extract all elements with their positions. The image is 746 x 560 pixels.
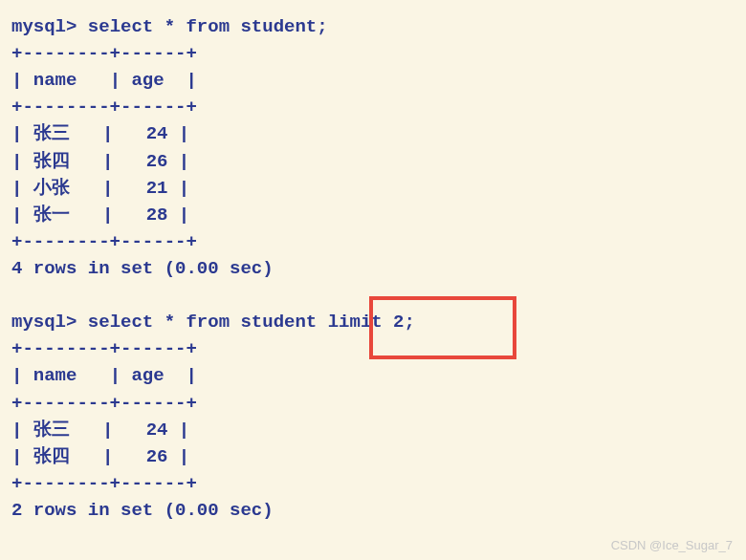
cell-age: 21 [146,178,168,199]
blank-line [11,282,735,309]
table-border: +--------+------+ [11,40,735,67]
mysql-prompt: mysql> [11,16,88,37]
table-border: +--------+------+ [11,390,735,417]
table-border: +--------+------+ [11,470,735,497]
table-row: | 张四 | 26 | [11,443,735,470]
prompt-line-2: mysql> select * from student limit 2; [11,309,735,335]
cell-name: 张一 [33,205,70,226]
cell-name: 张四 [33,446,70,467]
table-row: | 张三 | 24 | [11,417,735,443]
mysql-prompt: mysql> [11,312,88,333]
table-header-row: | name | age | [11,362,735,389]
cell-name: 张三 [33,420,70,441]
table-border: +--------+------+ [11,335,735,362]
cell-age: 24 [146,123,168,144]
prompt-line-1: mysql> select * from student; [11,13,735,40]
table-border: +--------+------+ [11,94,735,120]
cell-name: 小张 [33,178,70,199]
table-row: | 小张 | 21 | [11,175,735,202]
status-line-1: 4 rows in set (0.00 sec) [11,255,735,282]
table-header-row: | name | age | [11,67,735,94]
table-row: | 张四 | 26 | [11,148,735,175]
col-age: age [131,365,164,386]
cell-age: 28 [146,205,168,226]
table-row: | 张三 | 24 | [11,120,735,147]
cell-name: 张三 [33,123,70,144]
cell-age: 26 [146,446,168,467]
sql-query-1: select * from student; [88,16,328,37]
sql-limit-clause: limit 2; [317,312,415,333]
sql-query-2a: select * from student [88,312,317,333]
col-name: name [33,365,77,386]
table-row: | 张一 | 28 | [11,202,735,228]
cell-age: 24 [146,420,168,441]
status-line-2: 2 rows in set (0.00 sec) [11,497,735,524]
col-age: age [131,70,164,91]
watermark-text: CSDN @Ice_Sugar_7 [611,536,733,554]
cell-age: 26 [146,151,168,172]
col-name: name [33,70,77,91]
table-border: +--------+------+ [11,228,735,255]
cell-name: 张四 [33,151,70,172]
